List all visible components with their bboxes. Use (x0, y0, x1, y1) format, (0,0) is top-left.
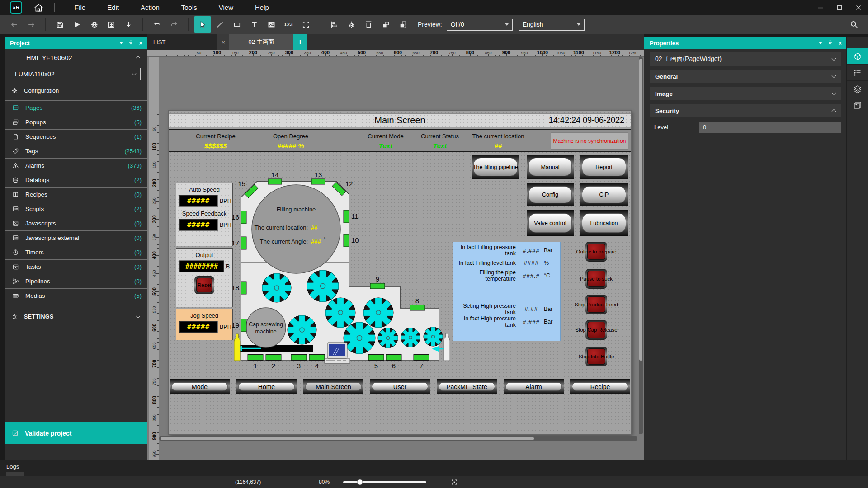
canvas-viewport[interactable]: 5010015020025030035040045050055060065070… (147, 57, 644, 460)
tab-close-icon[interactable]: × (217, 34, 229, 50)
sidebar-item-medias[interactable]: Medias(5) (5, 289, 147, 303)
redo-icon[interactable] (165, 16, 183, 33)
arrange-icon[interactable] (394, 16, 411, 33)
sidebar-item-timers[interactable]: Timers(0) (5, 245, 147, 260)
align-icon[interactable] (326, 16, 343, 33)
button-main-screen[interactable]: Main Screen (303, 379, 363, 394)
logs-label[interactable]: Logs (6, 463, 19, 470)
widget-props-icon[interactable] (847, 48, 868, 65)
layers-icon[interactable] (847, 81, 868, 97)
menu-file[interactable]: File (64, 0, 96, 15)
marquee-tool[interactable] (297, 16, 314, 33)
menu-edit[interactable]: Edit (96, 0, 130, 15)
menu-view[interactable]: View (208, 0, 244, 15)
button-report[interactable]: Report (580, 155, 628, 179)
button-mode[interactable]: Mode (170, 379, 230, 394)
group-icon[interactable] (377, 16, 394, 33)
button-alarm[interactable]: Alarm (504, 379, 564, 394)
sidebar-item-recipes[interactable]: Recipes(0) (5, 188, 147, 202)
add-tab-button[interactable]: + (293, 34, 307, 50)
menu-tools[interactable]: Tools (170, 0, 208, 15)
flip-icon[interactable] (343, 16, 360, 33)
home-icon[interactable] (34, 3, 43, 12)
button-valve-control[interactable]: Valve control (527, 210, 574, 236)
save-icon[interactable] (51, 16, 68, 33)
number-tool[interactable]: 123 (280, 16, 297, 33)
button-config[interactable]: Config (527, 183, 574, 206)
menu-action[interactable]: Action (130, 0, 170, 15)
button-home[interactable]: Home (236, 379, 297, 394)
item-count-badge: (0) (134, 220, 142, 227)
button-recipe[interactable]: Recipe (570, 379, 630, 394)
cap-screwing-circle[interactable] (246, 308, 286, 347)
close-button[interactable] (849, 0, 868, 15)
image-tool[interactable] (263, 16, 280, 33)
sidebar-item-settings[interactable]: SETTINGS (5, 309, 147, 324)
sidebar-item-pages[interactable]: Pages(36) (5, 101, 147, 115)
zoom-slider[interactable] (343, 481, 426, 483)
publish-icon[interactable] (85, 16, 103, 33)
sidebar-item-scripts[interactable]: Scripts(2) (5, 202, 147, 216)
sidebar-item-datalogs[interactable]: Datalogs(2) (5, 173, 147, 188)
tab-main-page[interactable]: 02 主画面 (229, 34, 293, 50)
install-icon[interactable] (103, 16, 120, 33)
rectangle-tool[interactable] (228, 16, 245, 33)
close-icon[interactable]: × (838, 40, 842, 47)
section-security[interactable]: Security (650, 104, 841, 117)
back-button[interactable] (5, 16, 23, 33)
sidebar-item-alarms[interactable]: Alarms(379) (5, 159, 147, 173)
sidebar-item-javascripts-external[interactable]: Javascripts external(0) (5, 231, 147, 245)
pages-props-icon[interactable] (847, 97, 868, 113)
tank-info-panel[interactable]: In fact Filling pressure tank#.###BarIn … (453, 242, 561, 341)
item-count-badge: (36) (131, 104, 142, 111)
widget-selector[interactable]: 02 主画面(PageWidget) (650, 52, 841, 66)
sidebar-item-tags[interactable]: Tags(2548) (5, 144, 147, 159)
outline-icon[interactable] (847, 65, 868, 81)
button-lubrication[interactable]: Lubrication (580, 210, 628, 236)
collapse-icon[interactable] (119, 42, 123, 44)
language-dropdown[interactable]: English (519, 19, 585, 31)
forward-button[interactable] (23, 16, 40, 33)
sidebar-item-javascripts[interactable]: Javascripts(0) (5, 216, 147, 231)
validate-project-button[interactable]: Validate project (5, 422, 147, 444)
sidebar-item-sequences[interactable]: Sequences(1) (5, 130, 147, 144)
sidebar-item-pipelines[interactable]: Pipelines(0) (5, 274, 147, 289)
properties-panel: Properties × 02 主画面(PageWidget) General … (644, 34, 868, 460)
section-image[interactable]: Image (650, 87, 841, 100)
device-select[interactable]: LUMIA110x02 (10, 68, 141, 80)
search-icon[interactable] (845, 16, 863, 33)
hmi-page[interactable]: Main Screen 14:42:24 09-06-2022 Machine … (169, 111, 631, 434)
section-general[interactable]: General (650, 70, 841, 83)
preview-dropdown[interactable]: Off/0 (447, 19, 513, 31)
level-input[interactable] (699, 122, 841, 133)
container-icon[interactable] (360, 16, 377, 33)
pin-icon[interactable] (828, 40, 833, 46)
line-tool[interactable] (211, 16, 228, 33)
logs-tab-handle[interactable] (6, 472, 24, 476)
project-name-row[interactable]: HMI_YF160602 (5, 49, 147, 67)
button-cip[interactable]: CIP (580, 183, 628, 206)
sidebar-item-popups[interactable]: Popups(5) (5, 115, 147, 130)
vertical-scrollbar[interactable] (639, 57, 643, 434)
button-user[interactable]: User (370, 379, 430, 394)
undo-icon[interactable] (148, 16, 165, 33)
download-icon[interactable] (120, 16, 137, 33)
maximize-button[interactable] (830, 0, 849, 15)
select-tool[interactable] (194, 16, 211, 33)
tab-list[interactable]: LIST (147, 34, 217, 50)
button-manual[interactable]: Manual (527, 155, 574, 179)
pin-icon[interactable] (128, 40, 133, 46)
button-packml-state[interactable]: PackML State (437, 379, 497, 394)
minimize-button[interactable] (811, 0, 830, 15)
horizontal-scrollbar[interactable] (159, 436, 637, 441)
close-icon[interactable]: × (139, 40, 142, 47)
sidebar-item-tasks[interactable]: Tasks(0) (5, 260, 147, 274)
configuration-item[interactable]: Configuration (5, 83, 147, 98)
collapse-icon[interactable] (819, 42, 822, 44)
run-icon[interactable] (68, 16, 85, 33)
button-the-filling-pipeline[interactable]: The filling pipeline (472, 155, 519, 179)
fit-screen-icon[interactable] (451, 479, 458, 486)
text-tool[interactable] (245, 16, 263, 33)
menu-help[interactable]: Help (244, 0, 280, 15)
zoom-slider-knob[interactable] (357, 479, 363, 485)
